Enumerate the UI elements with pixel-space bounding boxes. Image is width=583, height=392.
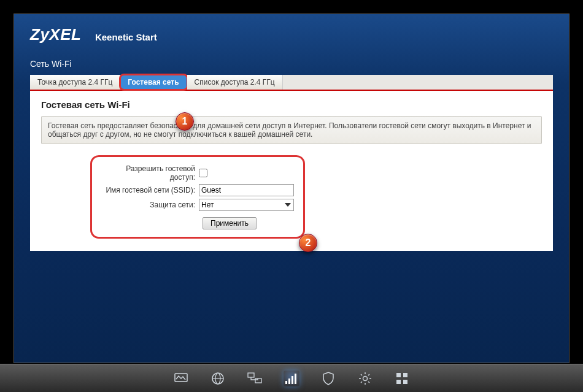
bottom-nav (0, 364, 583, 392)
header: ZyXEL Keenetic Start (14, 14, 569, 48)
ssid-label: Имя гостевой сети (SSID): (101, 186, 199, 194)
svg-rect-22 (403, 380, 407, 384)
guest-panel: Гостевая сеть Wi-Fi Гостевая сеть предос… (30, 91, 553, 251)
nav-monitor-icon[interactable] (173, 371, 189, 386)
svg-rect-19 (396, 373, 401, 377)
ssid-input[interactable] (199, 184, 294, 196)
panel-description: Гостевая сеть предоставляет безопасный д… (41, 116, 542, 144)
svg-rect-21 (396, 380, 401, 384)
callout-1: 1 (176, 112, 194, 131)
nav-apps-icon[interactable] (394, 371, 410, 386)
enable-label: Разрешить гостевой доступ: (101, 164, 199, 182)
page-title: Сеть Wi-Fi (14, 48, 569, 75)
model-name: Keenetic Start (95, 32, 157, 42)
svg-rect-5 (255, 379, 261, 383)
nav-wifi-icon[interactable] (284, 371, 299, 386)
svg-rect-7 (288, 379, 290, 384)
svg-rect-9 (295, 374, 296, 384)
tab-access-list[interactable]: Список доступа 2.4 ГГц (187, 75, 283, 90)
callout-2: 2 (299, 234, 317, 252)
apply-button[interactable]: Применить (203, 217, 257, 229)
svg-line-15 (361, 374, 362, 375)
svg-rect-8 (292, 376, 293, 384)
svg-rect-0 (175, 374, 187, 382)
brand-logo: ZyXEL (30, 25, 81, 44)
svg-point-10 (363, 376, 368, 380)
nav-globe-icon[interactable] (210, 371, 226, 386)
svg-rect-6 (285, 381, 287, 384)
content-area: Точка доступа 2.4 ГГц Гостевая сеть Спис… (30, 75, 553, 251)
svg-line-16 (368, 382, 369, 383)
nav-network-icon[interactable] (247, 371, 263, 386)
enable-checkbox[interactable] (199, 169, 207, 177)
nav-gear-icon[interactable] (357, 371, 373, 386)
tab-guest-network[interactable]: Гостевая сеть (120, 75, 187, 90)
guest-form: Разрешить гостевой доступ: Имя гостевой … (90, 155, 305, 239)
svg-rect-20 (403, 373, 407, 377)
security-label: Защита сети: (101, 201, 199, 209)
panel-heading: Гостевая сеть Wi-Fi (41, 99, 542, 110)
svg-rect-4 (248, 373, 254, 377)
nav-shield-icon[interactable] (320, 371, 336, 386)
app-window: ZyXEL Keenetic Start Сеть Wi-Fi Точка до… (14, 13, 569, 363)
svg-line-17 (368, 374, 369, 375)
svg-line-18 (361, 382, 362, 383)
tab-access-point[interactable]: Точка доступа 2.4 ГГц (30, 75, 120, 90)
security-select[interactable]: Нет (199, 199, 294, 211)
tab-bar: Точка доступа 2.4 ГГц Гостевая сеть Спис… (30, 75, 553, 91)
